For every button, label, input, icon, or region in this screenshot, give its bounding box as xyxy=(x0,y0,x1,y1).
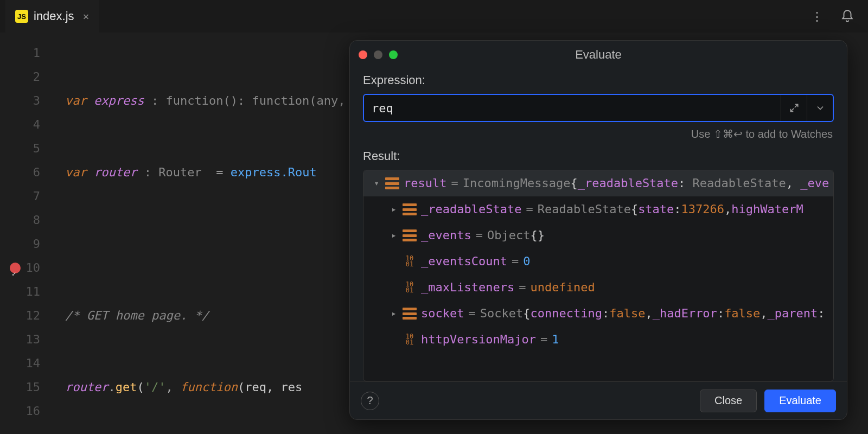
primitive-icon: 1001 xyxy=(403,282,417,293)
tree-node[interactable]: socket=Socket {connecting: false, _hadEr… xyxy=(363,301,833,327)
line-number: 9 xyxy=(0,232,65,256)
expression-input[interactable] xyxy=(364,95,781,121)
object-icon xyxy=(385,177,399,189)
tree-node[interactable]: 1001httpVersionMajor=1 xyxy=(363,327,833,353)
line-number[interactable]: 10 xyxy=(0,256,65,280)
chevron-right-icon[interactable] xyxy=(387,196,400,222)
result-panel: result=IncomingMessage {_readableState: … xyxy=(363,170,834,381)
expand-icon[interactable] xyxy=(781,95,807,121)
more-icon[interactable]: ⋮ xyxy=(806,5,828,27)
line-number: 2 xyxy=(0,65,65,89)
tab-bar: JS index.js × ⋮ xyxy=(0,0,868,33)
tree-node[interactable]: _readableState=ReadableState {state: 137… xyxy=(363,196,833,222)
window-controls xyxy=(359,50,398,59)
primitive-icon: 1001 xyxy=(403,334,417,346)
line-number: 8 xyxy=(0,208,65,232)
history-dropdown-icon[interactable] xyxy=(807,95,833,121)
close-button[interactable]: Close xyxy=(700,390,757,412)
line-number: 7 xyxy=(0,184,65,208)
dialog-title: Evaluate xyxy=(350,48,847,62)
object-icon xyxy=(403,308,417,320)
help-icon[interactable]: ? xyxy=(361,392,379,410)
line-number: 4 xyxy=(0,113,65,137)
dialog-footer: ? Close Evaluate xyxy=(350,381,847,419)
primitive-icon: 1001 xyxy=(403,256,417,267)
evaluate-dialog: Evaluate Expression: Use ⇧⌘↩ to add to W… xyxy=(349,40,847,420)
tree-node[interactable]: 1001_maxListeners=undefined xyxy=(363,275,833,301)
watches-hint: Use ⇧⌘↩ to add to Watches xyxy=(363,127,833,141)
chevron-right-icon[interactable] xyxy=(387,222,400,248)
chevron-right-icon[interactable] xyxy=(387,301,400,327)
js-file-icon: JS xyxy=(15,10,28,23)
result-tree[interactable]: result=IncomingMessage {_readableState: … xyxy=(363,170,833,353)
breakpoint-icon[interactable] xyxy=(10,263,21,273)
line-number: 16 xyxy=(0,399,65,423)
line-number: 6 xyxy=(0,161,65,184)
tree-node[interactable]: 1001_eventsCount=0 xyxy=(363,248,833,275)
expression-field-row xyxy=(363,94,834,122)
line-number: 1 xyxy=(0,41,65,65)
tree-node[interactable]: _events=Object {} xyxy=(363,222,833,248)
tree-root[interactable]: result=IncomingMessage {_readableState: … xyxy=(363,170,833,196)
line-number: 11 xyxy=(0,280,65,304)
close-icon[interactable]: × xyxy=(83,10,90,23)
window-minimize-icon[interactable] xyxy=(374,50,382,59)
chevron-down-icon[interactable] xyxy=(370,170,383,196)
notifications-icon[interactable] xyxy=(837,5,858,27)
object-icon xyxy=(403,203,417,215)
line-number: 12 xyxy=(0,304,65,328)
line-number: 5 xyxy=(0,137,65,161)
result-label: Result: xyxy=(363,149,834,163)
line-number: 14 xyxy=(0,352,65,375)
object-icon xyxy=(403,229,417,241)
window-maximize-icon[interactable] xyxy=(389,50,398,59)
expression-label: Expression: xyxy=(363,73,834,87)
line-number: 15 xyxy=(0,375,65,399)
dialog-titlebar[interactable]: Evaluate xyxy=(350,41,847,69)
line-number: 13 xyxy=(0,328,65,352)
line-gutter: 1 2 3 4 5 6 7 8 9 10 11 12 13 14 15 16 xyxy=(0,33,65,434)
tab-index-js[interactable]: JS index.js × xyxy=(5,0,99,33)
line-number: 3 xyxy=(0,89,65,113)
tab-title: index.js xyxy=(34,9,74,23)
evaluate-button[interactable]: Evaluate xyxy=(764,390,836,412)
window-close-icon[interactable] xyxy=(359,50,367,59)
